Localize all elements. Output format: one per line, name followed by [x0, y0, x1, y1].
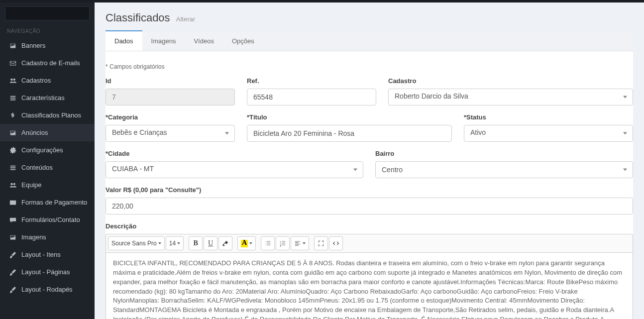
nav-header: NAVEGAÇÃO: [0, 23, 95, 37]
sidebar-item-cadastro-de-e-mails[interactable]: Cadastro de E-mails: [0, 54, 95, 72]
users-icon: [8, 182, 17, 189]
paragraph-button[interactable]: [291, 236, 309, 250]
id-input: [106, 89, 235, 106]
sidebar-item-label: Banners: [21, 42, 45, 49]
clear-format-button[interactable]: [218, 236, 232, 250]
sidebar-item-an-ncios[interactable]: Anúncios: [0, 124, 95, 141]
sidebar-item-label: Classificados Planos: [21, 111, 81, 119]
bairro-select[interactable]: Centro: [375, 161, 633, 178]
brush-icon: [8, 269, 17, 276]
tabs: DadosImagensVídeosOpções: [106, 30, 633, 51]
editor-toolbar: Source Sans Pro 14 B U A: [106, 234, 633, 252]
envelope-icon: [8, 60, 17, 67]
descricao-label: Descrição: [106, 222, 633, 230]
sidebar-item-label: Anúncios: [21, 129, 48, 136]
list-icon: [8, 95, 17, 102]
sidebar-item-label: Imagens: [21, 233, 46, 241]
sidebar-item-cadastros[interactable]: Cadastros: [0, 72, 95, 89]
sidebar-item-label: Cadastros: [21, 77, 51, 84]
fullscreen-button[interactable]: [314, 236, 328, 250]
valor-label: Valor R$ (0,00 para "Consulte"): [106, 186, 633, 194]
sidebar-item-label: Conteúdos: [21, 164, 53, 171]
dollar-icon: [8, 112, 17, 119]
editor-body[interactable]: BICICLETA INFANTIL, RECOMENDADO PARA CRI…: [106, 253, 633, 319]
sidebar-item-label: Equipe: [21, 181, 41, 189]
credit-icon: [8, 199, 17, 206]
cidade-select[interactable]: CUIABA - MT: [106, 161, 363, 178]
page-title: Classificados Alterar: [106, 11, 633, 24]
users-icon: [8, 77, 17, 84]
sidebar-item-label: Configurações: [21, 146, 63, 154]
cogs-icon: [8, 147, 17, 154]
categoria-label: *Categoria: [106, 113, 235, 121]
cadastro-label: Cadastro: [388, 77, 633, 85]
page-subtitle: Alterar: [176, 15, 195, 23]
status-label: *Status: [464, 113, 633, 121]
bairro-label: Bairro: [375, 150, 633, 157]
unordered-list-button[interactable]: [261, 236, 275, 250]
main-content: Classificados Alterar DadosImagensVídeos…: [95, 2, 644, 319]
tab-dados[interactable]: Dados: [106, 30, 142, 51]
sidebar-item-configura-es[interactable]: Configurações: [0, 141, 95, 159]
images-icon: [8, 42, 17, 49]
sidebar-item-label: Formulários/Contato: [21, 216, 80, 223]
sidebar-item-equipe[interactable]: Equipe: [0, 176, 95, 194]
sidebar-item-imagens[interactable]: Imagens: [0, 228, 95, 246]
sidebar-item-label: Layout - Páginas: [21, 268, 70, 276]
font-size-select[interactable]: 14: [166, 236, 184, 250]
sidebar-item-layout-p-ginas[interactable]: Layout - Páginas: [0, 263, 95, 281]
font-color-button[interactable]: A: [237, 236, 256, 250]
ref-input[interactable]: [247, 89, 376, 106]
sidebar-item-banners[interactable]: Banners: [0, 37, 95, 54]
sidebar-item-label: Formas de Pagamento: [21, 199, 87, 206]
images-icon: [8, 234, 17, 241]
mandatory-note: * Campos obrigatórios: [106, 63, 633, 70]
ref-label: Ref.: [247, 77, 376, 85]
ordered-list-button[interactable]: [276, 236, 290, 250]
categoria-select[interactable]: Bebês e Crianças: [106, 125, 235, 142]
underline-button[interactable]: U: [204, 236, 217, 250]
id-label: Id: [106, 77, 235, 85]
tab-vídeos[interactable]: Vídeos: [185, 30, 222, 51]
sidebar-item-label: Características: [21, 94, 65, 102]
bold-button[interactable]: B: [189, 236, 203, 250]
sidebar-item-formas-de-pagamento[interactable]: Formas de Pagamento: [0, 194, 95, 211]
sidebar-item-caracter-sticas[interactable]: Características: [0, 89, 95, 106]
valor-input[interactable]: [106, 198, 633, 214]
status-select[interactable]: Ativo: [464, 125, 633, 142]
sidebar-item-conte-dos[interactable]: Conteúdos: [0, 159, 95, 176]
sidebar-item-formul-rios-contato[interactable]: Formulários/Contato: [0, 211, 95, 228]
page-title-text: Classificados: [106, 11, 170, 24]
titulo-label: *Título: [247, 113, 452, 121]
tab-imagens[interactable]: Imagens: [142, 30, 185, 51]
tab-content: * Campos obrigatórios Id Ref. Cadastro R…: [106, 51, 633, 319]
sidebar-search-input[interactable]: [5, 6, 90, 20]
sidebar-item-label: Cadastro de E-mails: [21, 59, 80, 67]
cidade-label: *Cidade: [106, 150, 363, 157]
sidebar-item-label: Layout - Itens: [21, 251, 61, 258]
sidebar-item-label: Layout - Rodapés: [21, 286, 73, 293]
list-icon: [8, 164, 17, 171]
brush-icon: [8, 286, 17, 293]
images-icon: [8, 129, 17, 136]
code-view-button[interactable]: [329, 236, 343, 250]
comment-icon: [8, 216, 17, 223]
brush-icon: [8, 251, 17, 258]
cadastro-select[interactable]: Roberto Darcio da Silva: [388, 89, 633, 106]
font-family-select[interactable]: Source Sans Pro: [108, 236, 165, 250]
tab-opções[interactable]: Opções: [223, 30, 263, 51]
sidebar-item-classificados-planos[interactable]: Classificados Planos: [0, 106, 95, 124]
titulo-input[interactable]: [247, 125, 452, 142]
sidebar-item-layout-itens[interactable]: Layout - Itens: [0, 246, 95, 263]
sidebar-item-layout-rodap-s[interactable]: Layout - Rodapés: [0, 281, 95, 298]
sidebar: NAVEGAÇÃO BannersCadastro de E-mailsCada…: [0, 2, 95, 319]
